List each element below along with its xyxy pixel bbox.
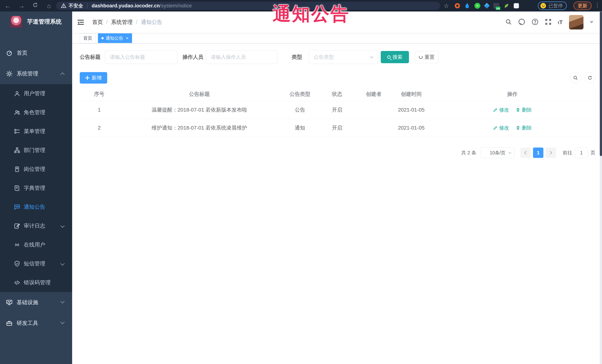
edit-link[interactable]: 修改 xyxy=(493,107,509,113)
table-header-row: 序号 公告标题 公告类型 状态 创建者 创建时间 操作 xyxy=(80,87,595,101)
column-header: 创建时间 xyxy=(393,91,429,98)
tag-notice[interactable]: 通知公告 × xyxy=(98,33,132,43)
home-icon[interactable]: ⌂ xyxy=(45,2,53,10)
green-circle-icon[interactable]: ✕ xyxy=(474,3,480,9)
sidebar-item-audit-log[interactable]: 审计日志 xyxy=(0,217,72,235)
reset-button[interactable]: 重置 xyxy=(415,51,438,63)
breadcrumb-home[interactable]: 首页 xyxy=(92,19,103,26)
page-number-button[interactable]: 1 xyxy=(533,147,543,158)
scrollbar-thumb[interactable] xyxy=(600,11,602,156)
extensions-row: ✕ on xyxy=(455,1,519,10)
blue-drop-icon[interactable] xyxy=(464,3,470,9)
github-icon[interactable] xyxy=(518,18,525,26)
user-avatar[interactable] xyxy=(569,15,583,30)
sidebar-logo-row[interactable]: 芋道管理系统 xyxy=(0,11,72,32)
search-icon[interactable] xyxy=(505,19,512,26)
not-secure-warning-icon[interactable] xyxy=(61,3,66,9)
url-text[interactable]: dashboard.yudao.iocoder.cn/system/notice xyxy=(92,3,192,9)
sidebar-item-menus[interactable]: 菜单管理 xyxy=(0,122,72,141)
table-row[interactable]: 1 温馨提醒：2018-07-01 若依新版本发布啦 公告 开启 2021-01… xyxy=(80,101,595,119)
forward-icon[interactable]: → xyxy=(18,2,25,10)
sidebar-item-users[interactable]: 用户管理 xyxy=(0,84,72,103)
table-row[interactable]: 2 维护通知：2018-07-01 若依系统凌晨维护 通知 开启 2021-01… xyxy=(80,119,595,137)
operator-input[interactable] xyxy=(206,50,277,64)
toggle-search-button[interactable] xyxy=(570,73,581,83)
back-icon[interactable]: ← xyxy=(4,2,11,10)
bookmark-star-icon[interactable]: ☆ xyxy=(444,2,449,9)
delete-label: 删除 xyxy=(522,107,532,113)
chevron-down-icon xyxy=(60,299,65,304)
notice-title-label: 公告标题 xyxy=(80,53,100,61)
help-icon[interactable] xyxy=(532,18,538,26)
puzzle-extensions-icon[interactable] xyxy=(514,3,519,8)
orange-ring-icon[interactable] xyxy=(455,3,460,8)
sidebar-toggle-icon[interactable] xyxy=(77,19,84,26)
search-button[interactable]: 搜索 xyxy=(381,51,409,63)
tag-home[interactable]: 首页 xyxy=(80,33,96,43)
search-form: 公告标题 操作人员 类型 公告类型 搜索 重置 xyxy=(80,50,595,64)
page-scrollbar[interactable] xyxy=(600,11,602,364)
reload-icon[interactable] xyxy=(32,2,39,10)
delete-link[interactable]: 删除 xyxy=(516,107,532,113)
user-icon xyxy=(13,90,21,97)
caret-down-icon[interactable] xyxy=(590,21,593,23)
sidebar-item-infrastructure[interactable]: 基础设施 xyxy=(0,292,72,313)
fullscreen-icon[interactable] xyxy=(545,19,552,26)
paused-profile-chip[interactable]: 已暂停 xyxy=(538,1,567,10)
breadcrumb-current: 通知公告 xyxy=(141,19,162,26)
sidebar-item-label: 用户管理 xyxy=(24,90,45,97)
app-logo xyxy=(11,16,22,27)
sidebar-item-sms[interactable]: 短信管理 xyxy=(0,254,72,273)
delete-link[interactable]: 删除 xyxy=(516,125,532,131)
gear-icon xyxy=(6,70,13,77)
prev-page-button[interactable] xyxy=(520,147,531,158)
next-page-button[interactable] xyxy=(546,147,556,158)
sidebar-item-label: 通知公告 xyxy=(24,203,45,211)
error-code-icon xyxy=(13,280,21,286)
add-button[interactable]: 新增 xyxy=(80,72,107,83)
sidebar-item-roles[interactable]: 角色管理 xyxy=(0,103,72,122)
sidebar-item-departments[interactable]: 部门管理 xyxy=(0,141,72,160)
sidebar-item-online-users[interactable]: 在线用户 xyxy=(0,235,72,254)
tag-close-icon[interactable]: × xyxy=(126,36,129,41)
page-size-select[interactable]: 10条/页 xyxy=(481,147,515,158)
sidebar-item-label: 基础设施 xyxy=(17,299,38,306)
tag-label: 通知公告 xyxy=(106,35,123,41)
goto-page-input[interactable] xyxy=(575,147,588,158)
chevron-down-icon xyxy=(508,151,512,154)
green-leaf-icon[interactable] xyxy=(504,3,509,9)
address-bar[interactable]: 不安全 dashboard.yudao.iocoder.cn/system/no… xyxy=(56,2,440,10)
edit-link[interactable]: 修改 xyxy=(493,125,509,131)
column-header: 状态 xyxy=(320,91,354,98)
font-size-icon[interactable]: tT xyxy=(558,19,563,25)
dark-on-icon[interactable]: on xyxy=(493,3,499,9)
cell-type: 公告 xyxy=(280,106,320,114)
sidebar-item-label: 角色管理 xyxy=(24,109,45,116)
cell-title: 维护通知：2018-07-01 若依系统凌晨维护 xyxy=(119,124,280,131)
breadcrumb-separator: / xyxy=(106,19,108,25)
cell-title: 温馨提醒：2018-07-01 若依新版本发布啦 xyxy=(119,106,280,114)
blue-gem-icon[interactable] xyxy=(484,3,490,9)
sidebar-item-label: 系统管理 xyxy=(17,70,38,77)
breadcrumb-system[interactable]: 系统管理 xyxy=(111,19,133,26)
sidebar-item-error-codes[interactable]: 错误码管理 xyxy=(0,273,72,292)
browser-menu-kebab-icon[interactable]: ⋮ xyxy=(595,2,600,8)
security-label[interactable]: 不安全 xyxy=(69,3,87,9)
sidebar-item-notice[interactable]: 通知公告 xyxy=(0,198,72,217)
notice-table: 序号 公告标题 公告类型 状态 创建者 创建时间 操作 1 温馨提醒：2018-… xyxy=(80,87,595,137)
sidebar-item-home[interactable]: 首页 xyxy=(0,43,72,63)
dict-book-icon xyxy=(13,185,21,191)
notice-title-input[interactable] xyxy=(105,50,177,64)
page-size-value: 10条/页 xyxy=(490,150,505,156)
smiley-avatar-icon xyxy=(540,2,547,9)
sidebar-item-system[interactable]: 系统管理 xyxy=(0,63,72,84)
sidebar-item-posts[interactable]: 岗位管理 xyxy=(0,160,72,179)
devtool-box-icon xyxy=(6,320,13,327)
sidebar-item-dict[interactable]: 字典管理 xyxy=(0,179,72,198)
update-button[interactable]: 更新 xyxy=(573,1,591,10)
notice-type-select[interactable]: 公告类型 xyxy=(309,50,378,64)
refresh-table-button[interactable] xyxy=(585,73,595,83)
sidebar-item-devtools[interactable]: 研发工具 xyxy=(0,313,72,333)
column-header: 序号 xyxy=(80,91,119,98)
chevron-down-icon xyxy=(60,224,65,228)
